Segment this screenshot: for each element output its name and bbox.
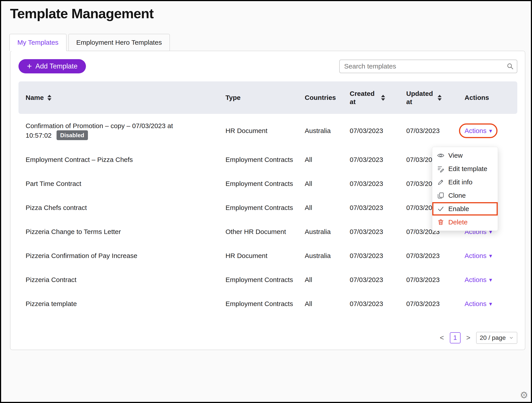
sort-icon (381, 95, 385, 101)
eye-icon (437, 152, 444, 159)
sort-icon (438, 95, 442, 101)
pagination: < 1 > 20 / page (19, 332, 517, 344)
table-row: Pizzeria Confirmation of Pay Increase HR… (19, 244, 517, 268)
menu-item-clone[interactable]: Clone (432, 189, 498, 202)
created-at-cell: 07/03/2023 (350, 275, 406, 284)
actions-dropdown-button[interactable]: Actions▾ (465, 126, 492, 135)
updated-at-cell: 07/03/2023 (406, 126, 465, 135)
actions-dropdown-menu: View Edit template Edit info (432, 147, 498, 231)
name-cell: Pizzeria Confirmation of Pay Increase (19, 251, 226, 260)
type-cell: Employment Contracts (226, 203, 305, 212)
column-header-countries: Countries (305, 93, 350, 102)
actions-dropdown-button[interactable]: Actions▾ (465, 299, 492, 308)
add-template-label: Add Template (35, 62, 77, 70)
countries-cell: Australia (305, 126, 350, 135)
type-cell: Employment Contracts (226, 179, 305, 188)
type-cell: HR Document (226, 251, 305, 260)
type-cell: Employment Contracts (226, 275, 305, 284)
menu-item-view[interactable]: View (432, 149, 498, 162)
name-cell: Employment Contract – Pizza Chefs (19, 155, 226, 164)
search-icon (507, 63, 514, 71)
tab-bar: My Templates Employment Hero Templates (9, 34, 525, 51)
edit-template-icon (437, 165, 444, 172)
created-at-cell: 07/03/2023 (350, 155, 406, 164)
type-cell: Employment Contracts (226, 299, 305, 308)
created-at-cell: 07/03/2023 (350, 299, 406, 308)
created-at-cell: 07/03/2023 (350, 179, 406, 188)
type-cell: HR Document (226, 126, 305, 135)
countries-cell: All (305, 179, 350, 188)
updated-at-cell: 07/03/2023 (406, 251, 465, 260)
page-title: Template Management (10, 6, 525, 21)
templates-panel: + Add Template Name Type (10, 51, 525, 350)
actions-cell: Actions▾ (465, 251, 517, 260)
menu-item-edit-template[interactable]: Edit template (432, 162, 498, 175)
countries-cell: All (305, 203, 350, 212)
trash-icon (437, 219, 444, 226)
name-cell: Part Time Contract (19, 179, 226, 188)
column-header-type: Type (226, 93, 305, 102)
chevron-down-icon (509, 335, 514, 340)
check-icon (437, 205, 444, 212)
plus-icon: + (27, 62, 32, 70)
chevron-down-icon: ▾ (489, 253, 492, 259)
table-row: Pizzeria Contract Employment Contracts A… (19, 268, 517, 292)
name-cell: Pizzeria Change to Terms Letter (19, 227, 226, 236)
type-cell: Employment Contracts (226, 155, 305, 164)
actions-cell: Actions▾ (465, 299, 517, 308)
countries-cell: All (305, 299, 350, 308)
current-page-button[interactable]: 1 (450, 332, 461, 343)
name-cell: Pizzeria template (19, 299, 226, 308)
countries-cell: Australia (305, 251, 350, 260)
actions-cell: Actions▾ (465, 275, 517, 284)
type-cell: Other HR Document (226, 227, 305, 236)
updated-at-cell: 07/03/2023 (406, 299, 465, 308)
column-header-updated-at[interactable]: Updated at (406, 89, 465, 106)
app-window: Template Management My Templates Employm… (0, 0, 532, 403)
updated-at-cell: 07/03/2023 (406, 275, 465, 284)
created-at-cell: 07/03/2023 (350, 126, 406, 135)
menu-item-edit-info[interactable]: Edit info (432, 175, 498, 189)
toolbar: + Add Template (19, 59, 517, 73)
gear-icon[interactable]: ⚙ (520, 390, 528, 401)
clone-icon (437, 192, 444, 199)
name-cell: Pizza Chefs contract (19, 203, 226, 212)
actions-dropdown-button[interactable]: Actions▾ (465, 251, 492, 260)
chevron-down-icon: ▾ (489, 277, 492, 283)
tab-employment-hero-templates[interactable]: Employment Hero Templates (68, 34, 170, 51)
next-page-button[interactable]: > (465, 334, 471, 342)
menu-item-enable[interactable]: Enable (432, 202, 498, 216)
table-row: Confirmation of Promotion – copy – 07/03… (19, 114, 517, 148)
add-template-button[interactable]: + Add Template (19, 59, 86, 73)
menu-item-delete[interactable]: Delete (432, 216, 498, 229)
column-header-created-at[interactable]: Created at (350, 89, 406, 106)
created-at-cell: 07/03/2023 (350, 251, 406, 260)
created-at-cell: 07/03/2023 (350, 203, 406, 212)
pencil-icon (437, 179, 444, 186)
chevron-down-icon: ▾ (489, 128, 492, 134)
column-header-name[interactable]: Name (19, 93, 226, 102)
annotation-highlight-oval: Actions▾ (459, 124, 498, 138)
search-box (339, 60, 517, 73)
column-header-actions: Actions (465, 93, 517, 102)
chevron-down-icon: ▾ (489, 301, 492, 307)
table-row: Pizzeria template Employment Contracts A… (19, 292, 517, 316)
countries-cell: All (305, 155, 350, 164)
status-badge: Disabled (57, 130, 88, 140)
actions-dropdown-button[interactable]: Actions▾ (465, 275, 492, 284)
actions-cell: Actions▾ (465, 126, 517, 135)
name-cell: Confirmation of Promotion – copy – 07/03… (19, 121, 226, 140)
created-at-cell: 07/03/2023 (350, 227, 406, 236)
tab-my-templates[interactable]: My Templates (9, 34, 67, 51)
countries-cell: All (305, 275, 350, 284)
previous-page-button[interactable]: < (439, 334, 445, 342)
table-header-row: Name Type Countries Created at Updated a… (19, 81, 517, 114)
countries-cell: Australia (305, 227, 350, 236)
sort-icon (47, 95, 51, 101)
page-size-select[interactable]: 20 / page (476, 332, 517, 344)
name-cell: Pizzeria Contract (19, 275, 226, 284)
search-input[interactable] (339, 60, 517, 73)
